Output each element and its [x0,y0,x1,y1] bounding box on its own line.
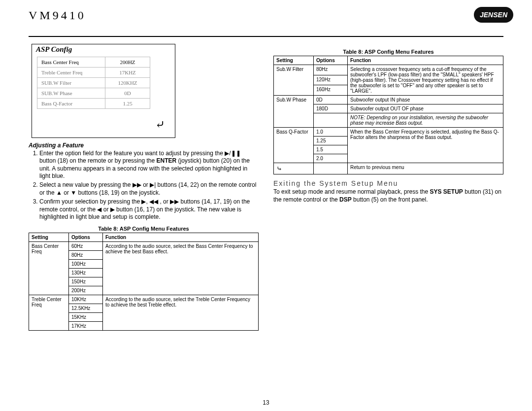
features-table-right: Setting Options Function Sub.W Filter80H… [273,56,503,174]
note-text: NOTE: Depending on your installation, re… [348,113,503,128]
model-number: VM9410 [29,9,503,22]
step-2: Select a new value by pressing the ▶▶ or… [39,181,259,197]
asp-config-grid: Bass Center Freq200HZ Treble Center Freq… [37,57,150,109]
rw-icon: ◀◀ [149,198,158,205]
step-1: Enter the option field for the feature y… [39,150,259,180]
th-setting: Setting [274,56,314,65]
asp-row: SUB.W Phase0D [37,88,150,99]
return-icon: ⤶ [32,109,175,134]
return-icon: ⤶ [274,163,314,174]
exit-paragraph: To exit setup mode and resume normal pla… [273,188,503,204]
asp-config-panel: ASP Config Bass Center Freq200HZ Treble … [32,44,175,138]
table-caption: Table 8: ASP Config Menu Features [29,226,259,232]
adjusting-heading: Adjusting a Feature [29,142,259,149]
right-icon: ▶ [110,206,115,213]
header-rule [29,36,503,37]
page-number: 13 [0,399,532,406]
th-options: Options [69,233,103,242]
exit-heading: Exiting the System Setup Menu [273,179,503,187]
th-setting: Setting [29,233,69,242]
page-root: JENSEN VM9410 ASP Config Bass Center Fre… [0,0,532,411]
column-right: Table 8: ASP Config Menu Features Settin… [273,44,503,331]
asp-config-title: ASP Config [32,44,175,57]
th-function: Function [348,56,503,65]
asp-row: Bass Center Freq200HZ [37,57,150,68]
table-caption: Table 8: ASP Config Menu Features [273,49,503,55]
ff-icon: ▶▶ [170,198,179,205]
play-pause-icon: ▶/❚❚ [225,150,240,157]
left-icon: ◀ [97,206,101,213]
step-3: Confirm your selection by pressing the ▶… [39,198,259,221]
asp-row: Treble Center Freq17KHZ [37,68,150,78]
features-table-left: Setting Options Function Bass Center Fre… [29,233,259,331]
fplay-icon: ▶| [150,181,156,188]
down-icon: ▼ [70,189,76,196]
column-left: ASP Config Bass Center Freq200HZ Treble … [29,44,259,331]
ff-icon: ▶▶ [133,181,141,188]
th-function: Function [103,233,259,242]
up-icon: ▲ [56,189,62,196]
adjust-steps: Enter the option field for the feature y… [29,150,259,221]
asp-row: Bass Q-Factor1.25 [37,99,150,109]
th-options: Options [314,56,348,65]
asp-row: SUB.W Filter120KHZ [37,78,150,88]
